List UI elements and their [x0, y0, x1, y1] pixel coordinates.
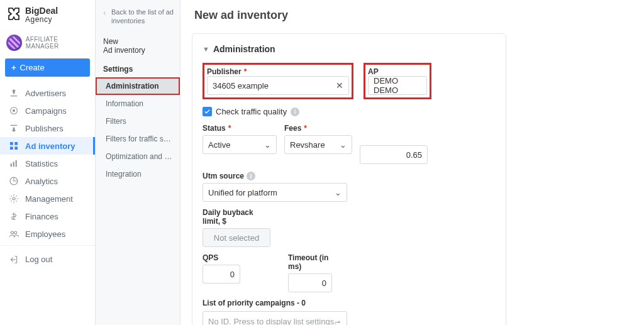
- logout-icon: [9, 255, 19, 265]
- svg-point-1: [13, 109, 15, 112]
- qps-label: QPS: [203, 253, 240, 262]
- brand-logo-icon: [6, 6, 21, 23]
- utm-label: Utm source: [203, 172, 244, 180]
- avatar: [6, 35, 22, 51]
- nav-item-statistics[interactable]: Statistics: [0, 155, 95, 172]
- svg-rect-2: [10, 142, 13, 145]
- grid-icon: [9, 141, 19, 151]
- settings-new: New: [103, 37, 172, 46]
- settings-item-integration[interactable]: Integration: [96, 165, 180, 183]
- nav-item-management[interactable]: Management: [0, 190, 95, 207]
- administration-card: ▼ Administration Publisher* 34605 exampl…: [192, 33, 506, 325]
- upload-icon: [9, 88, 19, 98]
- nav-item-label: Campaigns: [25, 106, 95, 116]
- nav-item-label: Employees: [25, 229, 95, 239]
- svg-rect-6: [11, 163, 12, 167]
- fees-value: Revshare: [290, 140, 325, 150]
- nav-item-label: Ad inventory: [25, 141, 93, 151]
- arrow-left-icon: [102, 9, 108, 18]
- daily-label: Daily buyback limit, $: [203, 208, 270, 226]
- svg-rect-3: [14, 142, 18, 145]
- settings-item-optimization-and-rules[interactable]: Optimization and rules: [96, 148, 180, 165]
- timeout-label: Timeout (in ms): [288, 253, 332, 271]
- help-icon[interactable]: i: [291, 107, 299, 116]
- publisher-value: 34605 example: [213, 81, 269, 91]
- nav-item-advertisers[interactable]: Advertisers: [0, 84, 95, 102]
- settings-item-information[interactable]: Information: [96, 95, 180, 113]
- brand-line2: Agency: [25, 16, 58, 24]
- daily-input[interactable]: Not selected: [203, 228, 270, 247]
- back-link-label: Back to the list of ad inventories: [111, 8, 174, 26]
- clear-icon[interactable]: ✕: [336, 80, 343, 91]
- collapse-icon[interactable]: ▼: [203, 45, 209, 53]
- nav-item-finances[interactable]: Finances: [0, 207, 95, 225]
- download-icon: [9, 123, 19, 133]
- dollar-icon: [9, 211, 19, 221]
- status-value: Active: [208, 140, 230, 150]
- ap-input[interactable]: DEMO DEMO: [368, 76, 427, 95]
- help-icon[interactable]: i: [247, 172, 255, 180]
- status-label: Status: [203, 124, 226, 133]
- publisher-input[interactable]: 34605 example ✕: [207, 76, 349, 95]
- check-traffic-label: Check traffic quality: [216, 107, 287, 116]
- nav-item-campaigns[interactable]: Campaigns: [0, 102, 95, 119]
- chevron-down-icon: ⌄: [264, 140, 271, 150]
- plus-icon: +: [11, 63, 16, 72]
- qps-value: 0: [230, 270, 235, 279]
- nav-item-ad-inventory[interactable]: Ad inventory: [0, 137, 95, 155]
- svg-rect-7: [13, 162, 14, 167]
- settings-item-filters[interactable]: Filters: [96, 113, 180, 130]
- nav-item-label: Finances: [25, 212, 95, 221]
- section-title: Administration: [213, 44, 275, 54]
- priority-placeholder: No ID. Press to display list settings.: [208, 317, 336, 326]
- qps-input[interactable]: 0: [203, 265, 240, 284]
- page-title: New ad inventory: [194, 9, 631, 22]
- timeout-value: 0: [322, 278, 326, 288]
- timeout-input[interactable]: 0: [288, 273, 332, 292]
- settings-item-administration[interactable]: Administration: [96, 77, 180, 95]
- publisher-label: Publisher: [207, 67, 242, 76]
- svg-point-11: [11, 231, 13, 234]
- nav-item-employees[interactable]: Employees: [0, 225, 95, 243]
- svg-point-10: [13, 197, 15, 200]
- ap-value: DEMO DEMO: [374, 76, 421, 95]
- nav-item-label: Statistics: [25, 159, 95, 168]
- role-label: AFFILIATE MANAGER: [26, 36, 90, 50]
- settings-title: Settings: [96, 61, 180, 77]
- publisher-highlight: Publisher* 34605 example ✕: [203, 63, 353, 99]
- svg-rect-8: [16, 160, 17, 167]
- nav-item-analytics[interactable]: Analytics: [0, 172, 95, 190]
- chevron-down-icon: ⌄: [340, 140, 347, 150]
- ap-label: AP: [368, 67, 379, 76]
- svg-rect-5: [14, 147, 18, 150]
- nav-item-publishers[interactable]: Publishers: [0, 119, 95, 137]
- fees-amount-input[interactable]: 0.65: [360, 145, 428, 164]
- fees-amount-value: 0.65: [406, 150, 422, 160]
- utm-select[interactable]: Unified for platform ⌄: [203, 183, 347, 202]
- priority-picker[interactable]: No ID. Press to display list settings. →: [203, 311, 347, 325]
- nav-item-label: Analytics: [25, 177, 95, 186]
- create-button-label: Create: [20, 63, 45, 72]
- gear-icon: [9, 194, 19, 204]
- chevron-down-icon: ⌄: [335, 188, 341, 197]
- analytics-icon: [9, 176, 19, 186]
- svg-point-12: [14, 231, 17, 234]
- fees-label: Fees: [284, 124, 301, 133]
- logout-button[interactable]: Log out: [0, 248, 95, 271]
- utm-value: Unified for platform: [208, 188, 277, 197]
- nav-item-label: Advertisers: [25, 89, 95, 98]
- nav-item-label: Publishers: [25, 124, 95, 133]
- people-icon: [9, 229, 19, 239]
- settings-sub: Ad inventory: [103, 46, 172, 55]
- daily-value: Not selected: [214, 233, 259, 243]
- ap-highlight: AP DEMO DEMO: [364, 63, 431, 99]
- logout-label: Log out: [25, 255, 52, 265]
- check-traffic-checkbox[interactable]: [203, 107, 212, 116]
- status-select[interactable]: Active ⌄: [203, 135, 277, 154]
- svg-rect-4: [10, 147, 13, 150]
- priority-label: List of priority campaigns - 0: [203, 299, 496, 307]
- back-link[interactable]: Back to the list of ad inventories: [96, 8, 180, 32]
- settings-item-filters-for-traffic-sour-[interactable]: Filters for traffic sour...: [96, 130, 180, 148]
- create-button[interactable]: + Create: [5, 58, 90, 77]
- fees-select[interactable]: Revshare ⌄: [284, 135, 352, 154]
